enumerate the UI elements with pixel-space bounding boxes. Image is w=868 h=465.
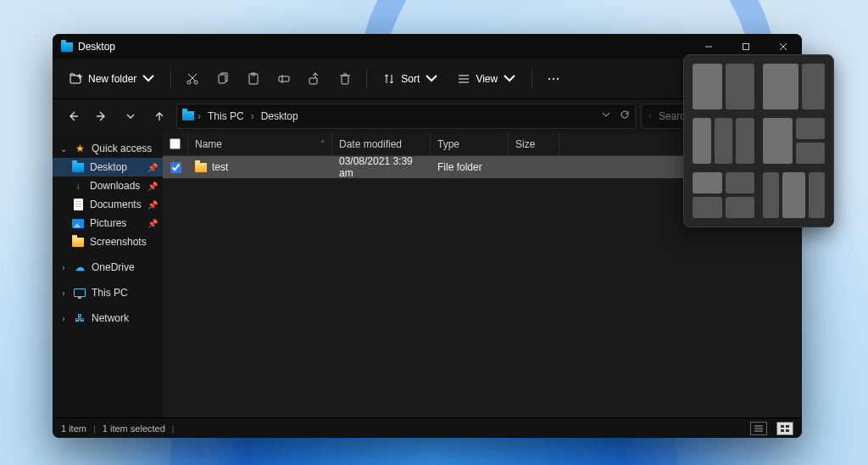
snap-zone[interactable] xyxy=(726,64,755,109)
recent-button[interactable] xyxy=(119,104,142,128)
snap-zone[interactable] xyxy=(809,172,825,218)
view-label: View xyxy=(476,73,498,85)
folder-icon xyxy=(72,238,84,247)
expand-icon[interactable]: › xyxy=(59,263,68,272)
select-all-checkbox[interactable] xyxy=(170,138,181,149)
snap-zone[interactable] xyxy=(802,64,825,109)
snap-zone[interactable] xyxy=(715,118,733,164)
snap-layout-center-wide[interactable] xyxy=(763,172,825,218)
svg-line-27 xyxy=(651,116,652,117)
svg-rect-33 xyxy=(781,429,784,432)
pin-icon: 📌 xyxy=(147,182,158,191)
sidebar-network[interactable]: › 🖧 Network xyxy=(53,309,163,328)
sort-icon xyxy=(382,72,396,86)
column-size[interactable]: Size xyxy=(509,132,559,155)
sidebar-item-downloads[interactable]: ↓ Downloads 📌 xyxy=(53,176,163,195)
new-folder-icon xyxy=(70,72,83,86)
pc-icon xyxy=(74,289,86,297)
snap-zone[interactable] xyxy=(763,172,779,218)
window-title: Desktop xyxy=(78,41,115,53)
chevron-down-icon xyxy=(142,72,155,86)
paste-icon xyxy=(247,72,260,86)
address-dropdown[interactable] xyxy=(601,109,611,122)
snap-layout-quarters[interactable] xyxy=(693,172,754,218)
chevron-down-icon xyxy=(601,109,611,120)
delete-icon xyxy=(338,72,352,86)
snap-zone[interactable] xyxy=(782,172,805,218)
sidebar-this-pc[interactable]: › This PC xyxy=(53,283,163,302)
view-button[interactable]: View xyxy=(448,65,525,92)
snap-zone[interactable] xyxy=(796,143,826,164)
more-button[interactable] xyxy=(539,65,568,92)
snap-zone[interactable] xyxy=(763,118,793,164)
sidebar-item-screenshots[interactable]: Screenshots xyxy=(53,232,163,251)
svg-rect-32 xyxy=(786,425,789,428)
sidebar-label: Pictures xyxy=(90,217,142,229)
snap-layout-left-stack[interactable] xyxy=(763,118,825,164)
chevron-down-icon xyxy=(125,110,136,122)
address-bar[interactable]: › This PC › Desktop xyxy=(176,104,636,129)
snap-zone[interactable] xyxy=(726,172,755,193)
new-folder-label: New folder xyxy=(88,73,136,85)
icons-view-button[interactable] xyxy=(776,422,793,435)
column-name[interactable]: Name˄ xyxy=(188,132,332,155)
cut-button[interactable] xyxy=(178,65,207,92)
file-name: test xyxy=(212,161,228,173)
snap-layout-two-thirds[interactable] xyxy=(763,64,825,109)
sort-button[interactable]: Sort xyxy=(374,65,447,92)
svg-point-25 xyxy=(557,78,559,80)
breadcrumb-root[interactable]: This PC xyxy=(204,110,248,122)
svg-rect-16 xyxy=(309,78,317,84)
sidebar-item-documents[interactable]: Documents 📌 xyxy=(53,195,163,214)
snap-zone[interactable] xyxy=(726,197,755,218)
expand-icon[interactable]: › xyxy=(59,289,68,298)
sidebar-quick-access[interactable]: ⌄ ★ Quick access xyxy=(53,139,163,158)
svg-point-26 xyxy=(648,115,650,116)
svg-rect-14 xyxy=(279,76,289,81)
separator xyxy=(170,70,171,88)
paste-button[interactable] xyxy=(239,65,268,92)
separator xyxy=(531,70,532,88)
breadcrumb-leaf[interactable]: Desktop xyxy=(258,110,302,122)
back-button[interactable] xyxy=(61,104,85,128)
expand-icon[interactable]: › xyxy=(59,314,68,323)
snap-zone[interactable] xyxy=(693,197,722,218)
details-view-button[interactable] xyxy=(750,422,767,435)
forward-button[interactable] xyxy=(90,104,114,128)
snap-zone[interactable] xyxy=(693,172,722,193)
new-folder-button[interactable]: New folder xyxy=(61,65,164,92)
up-button[interactable] xyxy=(147,104,171,128)
svg-rect-17 xyxy=(342,76,348,84)
share-button[interactable] xyxy=(300,65,329,92)
delete-button[interactable] xyxy=(331,65,359,92)
select-all-header[interactable] xyxy=(163,132,188,155)
status-selected-count: 1 item selected xyxy=(103,423,165,434)
snap-zone[interactable] xyxy=(693,118,711,164)
rename-button[interactable] xyxy=(270,65,298,92)
sidebar-onedrive[interactable]: › ☁ OneDrive xyxy=(53,258,163,277)
sidebar-item-desktop[interactable]: Desktop 📌 xyxy=(53,158,163,176)
svg-point-23 xyxy=(548,78,550,80)
search-icon xyxy=(648,110,652,121)
sidebar-label: Desktop xyxy=(90,161,142,173)
svg-point-7 xyxy=(187,81,191,84)
details-view-icon xyxy=(754,424,764,433)
snap-zone[interactable] xyxy=(693,64,722,109)
column-date[interactable]: Date modified xyxy=(332,132,431,155)
svg-point-8 xyxy=(194,81,198,84)
navigation-pane[interactable]: ⌄ ★ Quick access Desktop 📌 ↓ Downloads 📌… xyxy=(53,132,163,417)
sidebar-item-pictures[interactable]: Pictures 📌 xyxy=(53,214,163,232)
collapse-icon[interactable]: ⌄ xyxy=(59,144,68,154)
snap-layout-thirds[interactable] xyxy=(693,118,754,164)
snap-zone[interactable] xyxy=(763,64,798,109)
copy-icon xyxy=(216,72,230,86)
column-type[interactable]: Type xyxy=(431,132,509,155)
sidebar-label: Network xyxy=(92,312,158,324)
snap-zone[interactable] xyxy=(796,118,826,139)
copy-button[interactable] xyxy=(209,65,237,92)
snap-zone[interactable] xyxy=(736,118,754,164)
breadcrumb-separator: › xyxy=(198,110,201,122)
snap-layout-half[interactable] xyxy=(693,64,754,109)
row-checkbox[interactable] xyxy=(170,162,181,173)
refresh-button[interactable] xyxy=(620,109,630,122)
